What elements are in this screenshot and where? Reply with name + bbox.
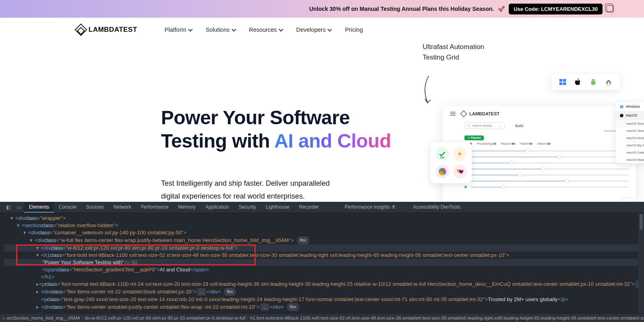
- tab-sources[interactable]: Sources: [81, 202, 109, 213]
- svg-rect-0: [559, 79, 563, 82]
- chevron-down-icon: ⌄: [499, 124, 502, 127]
- promo-code-prefix: Use Code:: [514, 6, 539, 12]
- os-icons-card: [551, 74, 620, 90]
- hero-h1-gradient: AI and Cloud: [274, 130, 391, 152]
- copy-icon[interactable]: [607, 5, 614, 12]
- dom-line[interactable]: </h1>: [4, 273, 644, 281]
- tab-memory[interactable]: Memory: [173, 202, 200, 213]
- tab-network[interactable]: Network: [109, 202, 136, 213]
- nav-resources[interactable]: Resources: [249, 27, 283, 33]
- svg-rect-3: [563, 82, 566, 85]
- dom-line[interactable]: ▾<div class="w-full flex items-center fl…: [4, 236, 644, 244]
- promo-code-value: LCMYEARENDEXCL30: [541, 6, 598, 12]
- main-nav: LAMBDATEST Platform Solutions Resources …: [0, 18, 644, 42]
- pie-icon: [436, 165, 449, 178]
- os-list: Windows ⌄ MacOS ⌄ macOS Sonoma macOS Ven…: [616, 102, 644, 163]
- nav-pricing[interactable]: Pricing: [345, 27, 363, 33]
- hero-h1-line1: Power Your Software: [161, 107, 350, 128]
- dom-line[interactable]: <span class="HeroSection_gradientText__a…: [4, 266, 644, 273]
- breadcrumb-item[interactable]: div.w-6\/12.xxll\:pr-120.xxl\:pr-80.xlm\…: [84, 316, 246, 320]
- dom-line[interactable]: <p class="text-gray-240 xxxxl:text-size-…: [4, 296, 644, 303]
- search-placeholder: Search Builds: [472, 124, 492, 127]
- os-subitem[interactable]: macOS Sonoma: [616, 120, 644, 127]
- os-group-label: Windows: [626, 105, 640, 109]
- svg-point-9: [609, 81, 610, 82]
- devtools-panel: ◧ ▭ Elements Console Sources Network Per…: [0, 202, 644, 322]
- nav-label: Resources: [249, 27, 277, 33]
- svg-point-7: [607, 82, 610, 85]
- bolt-icon: [453, 147, 467, 161]
- devtools-body: ▾<div class="wrapper"> ▾<section class="…: [0, 213, 644, 313]
- search-icon: [467, 124, 471, 127]
- svg-rect-15: [622, 107, 623, 108]
- devtools-breadcrumb[interactable]: ⌂ eroSection_home_fold_img__iiSM4 › div.…: [0, 313, 644, 322]
- os-subitem[interactable]: macOS Mojave: [616, 156, 644, 163]
- apple-icon: [574, 78, 582, 86]
- tab-a11y[interactable]: Accessibility DevTools: [408, 202, 465, 213]
- chevron-down-icon: [231, 27, 236, 31]
- promo-code-pill[interactable]: Use Code: LCMYEARENDEXCL30: [509, 4, 603, 14]
- tab-recorder[interactable]: Recorder: [294, 202, 324, 213]
- breadcrumb-item[interactable]: h1.font-bold.text-ltBlack-1100.xxll\:tex…: [249, 316, 644, 320]
- logo-mark-icon: [460, 111, 467, 117]
- nav-platform[interactable]: Platform: [165, 27, 192, 33]
- dom-line[interactable]: ▾<div class="wrapper">: [4, 215, 644, 222]
- svg-point-10: [468, 125, 469, 126]
- dash-header: LAMBDATEST: [450, 111, 629, 117]
- dom-line[interactable]: ▾<div class="w-6/12 xxll:pr-120 xxl:pr-8…: [4, 244, 644, 252]
- inspect-icon[interactable]: ◧: [3, 202, 14, 213]
- nav-links: Platform Solutions Resources Developers …: [165, 27, 363, 33]
- device-icon[interactable]: ▭: [14, 202, 24, 213]
- dom-line[interactable]: ▾<section class="relative overflow-hidde…: [4, 222, 644, 229]
- nav-developers[interactable]: Developers: [296, 27, 331, 33]
- hero-heading: Power Your Software Testing with AI and …: [161, 106, 402, 152]
- tab-lighthouse[interactable]: Lighthouse: [261, 202, 294, 213]
- tab-elements[interactable]: Elements: [24, 202, 54, 213]
- dom-line[interactable]: ▸<div class="flex items-center mt-32 smt…: [4, 288, 644, 296]
- os-subitem[interactable]: macOS Ventura: [616, 127, 644, 134]
- svg-rect-14: [620, 107, 621, 108]
- svg-rect-13: [622, 105, 623, 107]
- scrollbar-vertical[interactable]: [638, 213, 644, 313]
- dom-line[interactable]: ▾<div class="container__selenium xxl:py-…: [4, 229, 644, 236]
- breadcrumb-item[interactable]: eroSection_home_fold_img__iiSM4: [6, 316, 81, 320]
- build-label: Build: [515, 124, 523, 128]
- logo[interactable]: LAMBDATEST: [76, 25, 137, 34]
- search-input[interactable]: Search Builds ⌄: [464, 122, 505, 129]
- status-item: Processing 34: [477, 142, 496, 146]
- os-subitem[interactable]: macOS Monterey: [616, 134, 644, 142]
- tab-perf-insights[interactable]: Performance insights: [340, 202, 400, 213]
- tab-application[interactable]: Application: [200, 202, 234, 213]
- dom-line[interactable]: ▾<h1 class="font-bold text-ltBlack-1100 …: [4, 252, 644, 259]
- chevron-down-icon: [188, 27, 192, 31]
- dash-logo-text: LAMBDATEST: [469, 111, 500, 116]
- nav-label: Pricing: [345, 27, 363, 33]
- status-item: Others 84: [537, 142, 551, 146]
- promo-banner: Unlock 30% off on Manual Testing Annual …: [0, 0, 644, 18]
- nav-label: Platform: [165, 27, 186, 33]
- dash-search-row: Search Builds ⌄ Build ◂⟳⤢: [464, 122, 629, 129]
- os-subitem[interactable]: macOS Catalina: [616, 149, 644, 156]
- dom-line[interactable]: ▸<p class="font-normal text-ltBlack-1100…: [4, 281, 644, 288]
- hero-right-label-l2: Testing Grid: [423, 53, 459, 61]
- status-item: Passed 84: [501, 142, 515, 146]
- os-group-macos[interactable]: MacOS ⌄: [616, 111, 644, 120]
- hero-desc: Test Intelligently and ship faster. Deli…: [161, 177, 402, 203]
- dom-line[interactable]: ▸<div class="flex items-center smtablet:…: [4, 303, 644, 311]
- bars: [464, 150, 629, 188]
- dashboard-mock: LAMBDATEST Search Builds ⌄ Build ◂⟳⤢ www…: [443, 106, 636, 203]
- tab-security[interactable]: Security: [234, 202, 261, 213]
- hero-desc-l1: Test Intelligently and ship faster. Deli…: [161, 179, 330, 187]
- windows-icon: [620, 105, 623, 109]
- tab-console[interactable]: Console: [54, 202, 81, 213]
- nav-solutions[interactable]: Solutions: [206, 27, 235, 33]
- os-group-windows[interactable]: Windows ⌄: [616, 102, 644, 111]
- hamburger-icon: [450, 111, 456, 117]
- apple-icon: [620, 114, 623, 117]
- tab-performance[interactable]: Performance: [136, 202, 173, 213]
- breadcrumb-home-icon[interactable]: ⌂: [2, 316, 6, 320]
- dom-line-selected[interactable]: "Power Your Software Testing with" == $0: [4, 259, 644, 266]
- hero-section: Power Your Software Testing with AI and …: [0, 42, 644, 202]
- chevron-down-icon: [279, 27, 283, 31]
- os-subitem[interactable]: macOS Big Sur: [616, 142, 644, 149]
